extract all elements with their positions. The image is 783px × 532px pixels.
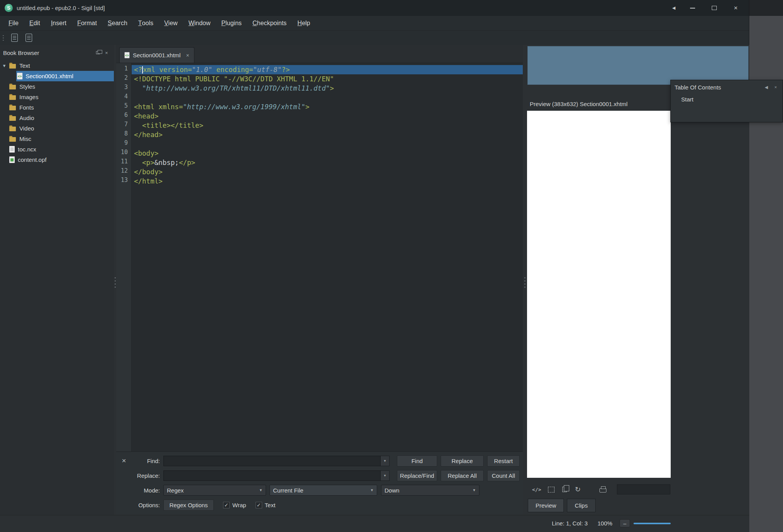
tree-item-toc-ncx[interactable]: toc.ncx xyxy=(0,144,114,154)
find-panel-close-icon[interactable]: × xyxy=(116,456,132,465)
zoom-slider[interactable] xyxy=(634,523,671,524)
code-line-3[interactable]: "http://www.w3.org/TR/xhtml11/DTD/xhtml1… xyxy=(132,84,523,93)
menu-search[interactable]: Search xyxy=(102,16,133,30)
text-checkbox[interactable]: ✓ Text xyxy=(256,502,276,508)
code-line-2[interactable]: <!DOCTYPE html PUBLIC "-//W3C//DTD XHTML… xyxy=(132,74,523,84)
find-history-dropdown-icon[interactable]: ▼ xyxy=(381,456,390,466)
line-number: 1 xyxy=(116,65,131,74)
menu-plugins[interactable]: Plugins xyxy=(216,16,247,30)
mode-dropdown[interactable]: Regex▼ xyxy=(163,485,266,496)
tree-item-video[interactable]: Video xyxy=(0,123,114,134)
code-token: > xyxy=(306,103,310,111)
mode-label: Mode: xyxy=(132,487,160,494)
menu-format[interactable]: Format xyxy=(72,16,102,30)
menu-file[interactable]: File xyxy=(3,16,24,30)
tab-label: Section0001.xhtml xyxy=(133,52,180,58)
menu-window[interactable]: Window xyxy=(183,16,216,30)
replace-history-dropdown-icon[interactable]: ▼ xyxy=(381,470,390,481)
code-token: encoding= xyxy=(212,66,253,74)
replace-input[interactable] xyxy=(163,470,381,481)
code-line-11[interactable]: <p>&nbsp;</p> xyxy=(132,158,523,167)
replace-button[interactable]: Replace xyxy=(441,455,484,467)
menu-tools[interactable]: Tools xyxy=(133,16,159,30)
code-token: <? xyxy=(134,66,142,74)
toolbar-drag-handle[interactable] xyxy=(2,34,4,42)
menu-help[interactable]: Help xyxy=(292,16,316,30)
code-line-7[interactable]: <title></title> xyxy=(132,121,523,130)
wrap-checkbox[interactable]: ✓ Wrap xyxy=(223,502,246,508)
folder-icon xyxy=(9,83,16,90)
menu-edit[interactable]: Edit xyxy=(24,16,46,30)
close-panel-icon[interactable]: × xyxy=(102,49,111,56)
scope-dropdown[interactable]: Current File▼ xyxy=(270,485,377,496)
undock-panel-icon[interactable] xyxy=(94,49,102,56)
minimize-button[interactable] xyxy=(682,0,703,16)
refresh-icon[interactable]: ↻ xyxy=(575,485,580,494)
close-button[interactable]: × xyxy=(725,0,747,16)
menu-insert[interactable]: Insert xyxy=(45,16,72,30)
menu-checkpoints[interactable]: Checkpoints xyxy=(247,16,292,30)
print-icon[interactable] xyxy=(599,488,606,493)
code-editor[interactable]: 12345678910111213 <?xml version="1.0" en… xyxy=(116,63,523,451)
direction-dropdown-value: Down xyxy=(385,487,399,494)
tree-item-section0001-xhtml[interactable]: Section0001.xhtml xyxy=(0,71,114,81)
code-line-9[interactable] xyxy=(132,139,523,149)
find-button[interactable]: Find xyxy=(397,455,437,467)
menu-view[interactable]: View xyxy=(159,16,183,30)
replace-find-button[interactable]: Replace/Find xyxy=(397,470,437,481)
code-token: </p> xyxy=(179,159,195,166)
tab-close-icon[interactable]: × xyxy=(186,52,189,58)
direction-dropdown[interactable]: Down▼ xyxy=(381,485,479,496)
statusbar: Line: 1, Col: 3 100% – xyxy=(0,515,749,532)
toolbar-overflow-arrow-icon[interactable]: ◀ xyxy=(666,0,682,16)
code-line-12[interactable]: </body> xyxy=(132,167,523,177)
tab-preview[interactable]: Preview xyxy=(528,499,564,512)
book-browser-tree: ▾TextSection0001.xhtmlStylesImagesFontsA… xyxy=(0,60,114,165)
tree-item-label: Images xyxy=(19,94,38,100)
code-line-4[interactable] xyxy=(132,93,523,102)
tree-item-styles[interactable]: Styles xyxy=(0,81,114,92)
toc-close-icon[interactable]: × xyxy=(771,83,780,91)
splitter-handle-icon xyxy=(115,277,116,278)
toc-collapse-icon[interactable]: ◀ xyxy=(762,83,771,91)
line-number: 4 xyxy=(116,93,131,102)
code-line-5[interactable]: <html xmlns="http://www.w3.org/1999/xhtm… xyxy=(132,102,523,112)
tree-item-text[interactable]: ▾Text xyxy=(0,60,114,71)
count-all-button[interactable]: Count All xyxy=(487,470,520,481)
line-number: 3 xyxy=(116,84,131,93)
maximize-button[interactable] xyxy=(703,0,725,16)
toc-item-start[interactable]: Start xyxy=(671,94,783,104)
regex-options-button[interactable]: Regex Options xyxy=(163,499,214,511)
tree-item-misc[interactable]: Misc xyxy=(0,134,114,144)
code-line-10[interactable]: <body> xyxy=(132,149,523,158)
code-token xyxy=(134,84,142,92)
file-open-icon[interactable] xyxy=(26,34,32,42)
tree-item-content-opf[interactable]: content.opf xyxy=(0,154,114,165)
tree-item-images[interactable]: Images xyxy=(0,92,114,102)
replace-all-button[interactable]: Replace All xyxy=(441,470,484,481)
splitter-preview[interactable] xyxy=(523,45,527,515)
code-line-6[interactable]: <head> xyxy=(132,112,523,121)
folder-icon xyxy=(9,62,16,69)
window-title: untitled.epub - epub2.0 - Sigil [std] xyxy=(17,5,105,11)
restart-button[interactable]: Restart xyxy=(487,455,520,467)
tab-section0001[interactable]: Section0001.xhtml × xyxy=(119,47,194,63)
maximize-icon xyxy=(712,6,717,10)
tree-item-label: Section0001.xhtml xyxy=(26,73,73,79)
inspect-code-icon[interactable]: </> xyxy=(532,487,541,493)
cursor-position: Line: 1, Col: 3 xyxy=(552,520,588,527)
zoom-out-button[interactable]: – xyxy=(620,519,630,527)
file-new-icon[interactable] xyxy=(11,34,18,42)
code-line-13[interactable]: </html> xyxy=(132,177,523,186)
select-element-icon[interactable] xyxy=(548,487,555,493)
code-line-8[interactable]: </head> xyxy=(132,130,523,139)
tree-item-audio[interactable]: Audio xyxy=(0,113,114,123)
tree-item-fonts[interactable]: Fonts xyxy=(0,102,114,113)
find-input[interactable] xyxy=(163,456,381,466)
code-line-1[interactable]: <?xml version="1.0" encoding="utf-8"?> xyxy=(132,65,523,74)
code-token: <html xmlns= xyxy=(134,103,183,111)
tab-clips[interactable]: Clips xyxy=(567,499,595,512)
copy-icon[interactable] xyxy=(562,487,567,492)
preview-content[interactable] xyxy=(527,111,671,478)
expand-arrow-icon[interactable]: ▾ xyxy=(0,63,9,69)
